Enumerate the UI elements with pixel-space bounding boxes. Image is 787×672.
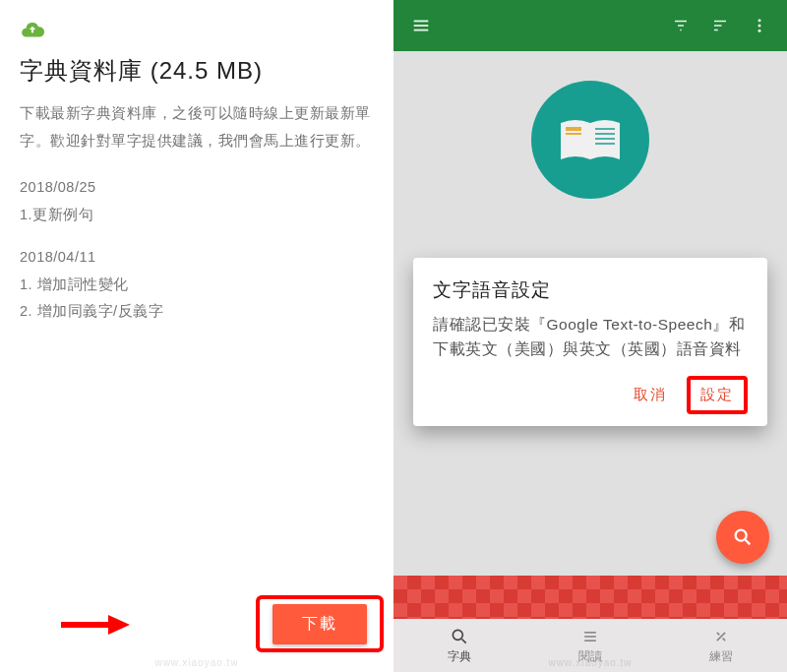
nav-dictionary[interactable]: 字典: [394, 619, 524, 672]
svg-point-20: [736, 530, 747, 541]
svg-point-12: [758, 25, 761, 28]
cloud-download-icon: [20, 18, 45, 37]
svg-point-22: [453, 630, 462, 640]
nav-label: 閱讀: [578, 648, 602, 665]
changelog-item: 2. 增加同義字/反義字: [20, 298, 374, 326]
filter-icon[interactable]: [661, 6, 700, 45]
svg-point-13: [758, 30, 761, 32]
page-title: 字典資料庫 (24.5 MB): [20, 55, 374, 87]
search-icon: [450, 627, 469, 646]
settings-button[interactable]: 設定: [691, 380, 744, 410]
main-content: 文字語音設定 請確認已安裝『Google Text-to-Speech』和下載英…: [394, 51, 787, 672]
search-icon: [732, 526, 754, 548]
app-screen: 文字語音設定 請確認已安裝『Google Text-to-Speech』和下載英…: [394, 0, 787, 672]
changelog: 2018/08/25 1.更新例句 2018/04/11 1. 增加詞性變化 2…: [20, 174, 374, 326]
annotation-arrow: [61, 613, 130, 637]
menu-icon[interactable]: [401, 6, 441, 45]
nav-practice[interactable]: 練習: [656, 619, 787, 672]
search-fab[interactable]: [716, 511, 769, 564]
list-icon: [580, 627, 600, 646]
nav-reading[interactable]: 閱讀: [524, 619, 655, 672]
tts-dialog: 文字語音設定 請確認已安裝『Google Text-to-Speech』和下載英…: [413, 258, 767, 426]
tools-icon: [711, 627, 731, 646]
dialog-actions: 取消 設定: [433, 376, 748, 414]
changelog-item: 1.更新例句: [20, 202, 374, 229]
dialog-message: 請確認已安裝『Google Text-to-Speech』和下載英文（美國）與英…: [433, 313, 748, 362]
svg-marker-1: [108, 615, 130, 635]
annotation-highlight: 下載: [256, 595, 384, 652]
dialog-title: 文字語音設定: [433, 277, 748, 303]
app-bar: [394, 0, 787, 51]
description-text: 下載最新字典資料庫，之後可以隨時線上更新最新單字。歡迎針對單字提供建議，我們會馬…: [20, 100, 374, 154]
download-screen: 字典資料庫 (24.5 MB) 下載最新字典資料庫，之後可以隨時線上更新最新單字…: [0, 0, 394, 672]
annotation-highlight: 設定: [687, 376, 748, 414]
watermark: www.xiaoyao.tw: [154, 657, 238, 668]
sort-icon[interactable]: [700, 6, 740, 45]
changelog-date: 2018/08/25: [20, 174, 374, 202]
download-button[interactable]: 下載: [272, 604, 367, 644]
changelog-item: 1. 增加詞性變化: [20, 272, 374, 299]
decorative-pattern: [394, 576, 787, 619]
svg-point-11: [758, 19, 761, 22]
more-icon[interactable]: [740, 6, 779, 45]
nav-label: 練習: [709, 648, 733, 665]
cancel-button[interactable]: 取消: [622, 378, 679, 412]
svg-line-21: [746, 540, 751, 545]
svg-line-23: [461, 639, 465, 642]
nav-label: 字典: [448, 648, 471, 665]
changelog-date: 2018/04/11: [20, 244, 374, 272]
bottom-nav: 字典 閱讀 練習: [394, 619, 787, 672]
